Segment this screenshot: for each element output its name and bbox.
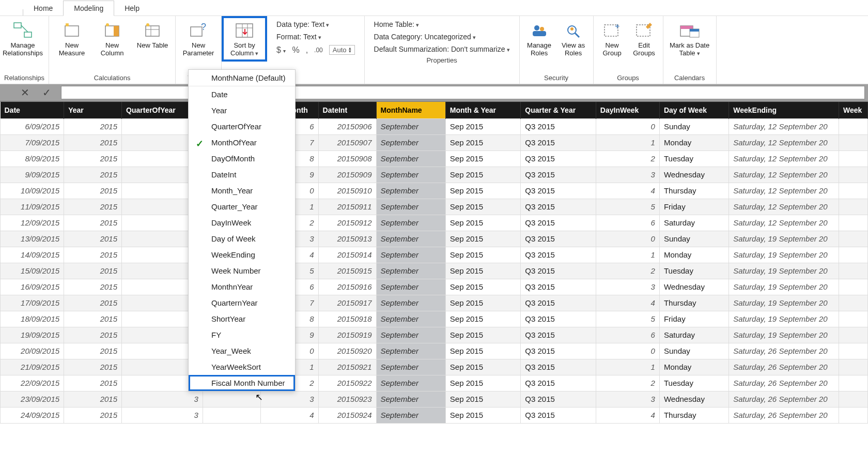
table-cell[interactable] bbox=[839, 279, 867, 295]
manage-relationships-button[interactable]: Manage Relationships bbox=[4, 18, 41, 57]
table-cell[interactable]: Sep 2015 bbox=[445, 327, 521, 343]
table-cell[interactable] bbox=[839, 407, 867, 423]
table-cell[interactable] bbox=[839, 183, 867, 199]
table-cell[interactable]: Tuesday bbox=[659, 150, 729, 167]
formula-input[interactable] bbox=[61, 86, 865, 99]
table-cell[interactable]: Saturday, 12 September 20 bbox=[729, 199, 839, 215]
table-cell[interactable]: Sep 2015 bbox=[445, 150, 521, 167]
sort-option[interactable]: QuarterOfYear bbox=[189, 118, 295, 134]
sort-by-column-button[interactable]: Sort by Column bbox=[222, 16, 267, 62]
column-header[interactable]: Quarter & Year bbox=[521, 102, 596, 118]
table-cell[interactable]: 2 bbox=[596, 150, 659, 167]
sort-option[interactable]: MonthOfYear✓ bbox=[189, 134, 295, 150]
table-cell[interactable]: Q3 2015 bbox=[521, 231, 596, 247]
datatype-selector[interactable]: Data type: Text bbox=[276, 20, 354, 28]
table-cell[interactable]: 6/09/2015 bbox=[1, 118, 64, 134]
table-cell[interactable]: Q3 2015 bbox=[521, 327, 596, 343]
table-cell[interactable]: September bbox=[376, 311, 445, 327]
sort-option[interactable]: Month_Year bbox=[189, 183, 295, 199]
table-cell[interactable]: Q3 2015 bbox=[521, 263, 596, 279]
table-cell[interactable]: 5 bbox=[596, 199, 659, 215]
table-cell[interactable]: Q3 2015 bbox=[521, 183, 596, 199]
column-header[interactable]: Week bbox=[839, 102, 867, 118]
sort-option[interactable]: FY bbox=[189, 327, 295, 343]
new-table-button[interactable]: New Table bbox=[134, 18, 171, 50]
table-cell[interactable]: Sep 2015 bbox=[445, 359, 521, 375]
table-cell[interactable]: 0 bbox=[596, 118, 659, 134]
table-cell[interactable]: Thursday bbox=[659, 183, 729, 199]
table-cell[interactable]: 2015 bbox=[64, 375, 122, 391]
table-cell[interactable]: Q3 2015 bbox=[521, 359, 596, 375]
table-cell[interactable]: 20150919 bbox=[318, 327, 376, 343]
table-row[interactable]: 6/09/201520153620150906SeptemberSep 2015… bbox=[1, 118, 868, 134]
table-row[interactable]: 18/09/201520153820150918SeptemberSep 201… bbox=[1, 311, 868, 327]
table-cell[interactable]: Sep 2015 bbox=[445, 279, 521, 295]
table-cell[interactable]: 3 bbox=[260, 391, 318, 407]
table-cell[interactable]: Saturday bbox=[659, 327, 729, 343]
table-cell[interactable]: 20/09/2015 bbox=[1, 343, 64, 359]
table-cell[interactable]: September bbox=[376, 407, 445, 423]
table-cell[interactable]: 2015 bbox=[64, 295, 122, 311]
table-row[interactable]: 13/09/201520153320150913SeptemberSep 201… bbox=[1, 231, 868, 247]
table-cell[interactable]: Q3 2015 bbox=[521, 167, 596, 183]
table-cell[interactable]: 2015 bbox=[64, 215, 122, 231]
summarization-selector[interactable]: Default Summarization: Don't summarize bbox=[374, 45, 510, 53]
sort-option[interactable]: Week Number bbox=[189, 263, 295, 279]
table-cell[interactable]: 3 bbox=[596, 391, 659, 407]
table-cell[interactable]: 2015 bbox=[64, 134, 122, 150]
table-cell[interactable]: Saturday, 26 September 20 bbox=[729, 391, 839, 407]
column-header[interactable]: WeekEnding bbox=[729, 102, 839, 118]
table-cell[interactable]: Saturday, 12 September 20 bbox=[729, 150, 839, 167]
thousands-icon[interactable]: , bbox=[306, 46, 308, 55]
table-cell[interactable] bbox=[839, 199, 867, 215]
table-cell[interactable] bbox=[839, 375, 867, 391]
table-cell[interactable]: 2015 bbox=[64, 359, 122, 375]
sort-option[interactable]: WeekEnding bbox=[189, 247, 295, 263]
table-row[interactable]: 12/09/201520153220150912SeptemberSep 201… bbox=[1, 215, 868, 231]
table-cell[interactable]: 2015 bbox=[64, 231, 122, 247]
sort-option[interactable]: DayOfMonth bbox=[189, 150, 295, 167]
table-cell[interactable]: 20150909 bbox=[318, 167, 376, 183]
table-cell[interactable]: Q3 2015 bbox=[521, 407, 596, 423]
tab-help[interactable]: Help bbox=[114, 1, 150, 16]
table-cell[interactable]: Sep 2015 bbox=[445, 199, 521, 215]
table-cell[interactable]: 20150921 bbox=[318, 359, 376, 375]
table-cell[interactable]: 4 bbox=[260, 407, 318, 423]
table-cell[interactable]: 24/09/2015 bbox=[1, 407, 64, 423]
table-cell[interactable]: 2 bbox=[596, 263, 659, 279]
table-cell[interactable]: 5 bbox=[596, 311, 659, 327]
table-cell[interactable] bbox=[839, 118, 867, 134]
table-cell[interactable]: 20150907 bbox=[318, 134, 376, 150]
table-cell[interactable] bbox=[839, 263, 867, 279]
table-cell[interactable]: 0 bbox=[596, 231, 659, 247]
table-cell[interactable]: Q3 2015 bbox=[521, 247, 596, 263]
table-cell[interactable]: 20150910 bbox=[318, 183, 376, 199]
table-cell[interactable]: Saturday, 19 September 20 bbox=[729, 311, 839, 327]
table-cell[interactable]: Friday bbox=[659, 199, 729, 215]
table-cell[interactable]: 21/09/2015 bbox=[1, 359, 64, 375]
table-cell[interactable] bbox=[839, 231, 867, 247]
table-cell[interactable]: 1 bbox=[596, 247, 659, 263]
table-cell[interactable]: 20150924 bbox=[318, 407, 376, 423]
sort-option[interactable]: DayInWeek bbox=[189, 215, 295, 231]
table-cell[interactable]: September bbox=[376, 263, 445, 279]
table-cell[interactable]: Wednesday bbox=[659, 167, 729, 183]
table-cell[interactable]: September bbox=[376, 279, 445, 295]
table-cell[interactable]: September bbox=[376, 150, 445, 167]
table-cell[interactable]: Saturday, 19 September 20 bbox=[729, 231, 839, 247]
table-cell[interactable]: 20150911 bbox=[318, 199, 376, 215]
table-row[interactable]: 20/09/201520153020150920SeptemberSep 201… bbox=[1, 343, 868, 359]
table-cell[interactable]: Saturday, 19 September 20 bbox=[729, 263, 839, 279]
table-cell[interactable]: 20150923 bbox=[318, 391, 376, 407]
percent-icon[interactable]: % bbox=[292, 46, 299, 55]
table-row[interactable]: 16/09/201520153620150916SeptemberSep 201… bbox=[1, 279, 868, 295]
table-cell[interactable]: Saturday, 19 September 20 bbox=[729, 279, 839, 295]
table-row[interactable]: 17/09/201520153720150917SeptemberSep 201… bbox=[1, 295, 868, 311]
table-cell[interactable]: Saturday, 19 September 20 bbox=[729, 295, 839, 311]
table-cell[interactable]: Sep 2015 bbox=[445, 343, 521, 359]
table-cell[interactable]: Saturday, 26 September 20 bbox=[729, 375, 839, 391]
commit-formula-button[interactable]: ✓ bbox=[39, 85, 54, 100]
table-cell[interactable]: 12/09/2015 bbox=[1, 215, 64, 231]
table-cell[interactable]: Sep 2015 bbox=[445, 215, 521, 231]
table-cell[interactable] bbox=[839, 343, 867, 359]
